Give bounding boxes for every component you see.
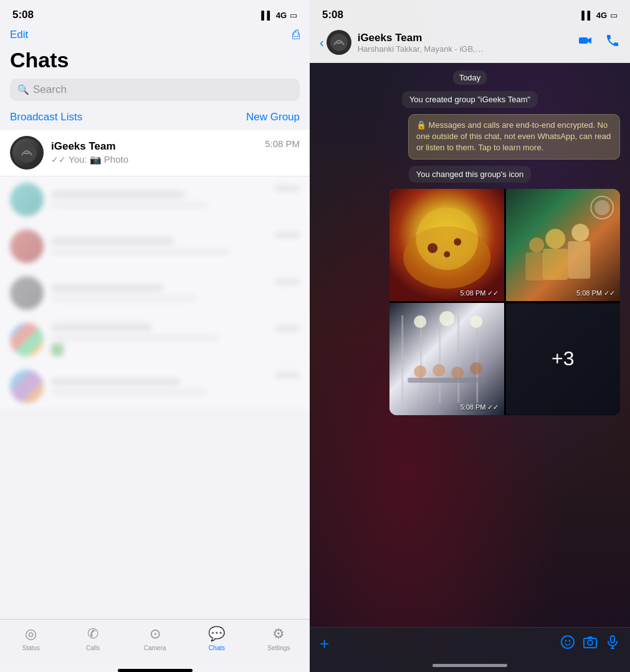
- camera-button[interactable]: [583, 635, 598, 653]
- svg-rect-16: [568, 241, 590, 279]
- photo-timestamp-1: 5:08 PM ✓✓: [460, 289, 499, 297]
- svg-rect-25: [476, 315, 478, 403]
- chat-content: Today You created group "iGeeks Team" 🔒 …: [310, 63, 630, 627]
- nav-settings[interactable]: ⚙ Settings: [248, 626, 310, 651]
- photo-grid[interactable]: 5:08 PM ✓✓: [389, 189, 620, 415]
- left-status-bar: 5:08 ▌▌ 4G ▭: [0, 0, 310, 25]
- svg-point-33: [470, 362, 482, 375]
- svg-rect-21: [401, 315, 403, 403]
- search-icon: 🔍: [17, 84, 29, 95]
- created-group-message: You created group "iGeeks Team": [402, 91, 538, 108]
- back-button[interactable]: ‹: [320, 36, 324, 50]
- microphone-button[interactable]: [605, 635, 620, 653]
- igeeks-chat-item[interactable]: iGeeks Team ✓✓ You: 📷 Photo 5:08 PM: [0, 130, 310, 176]
- svg-point-13: [571, 224, 589, 241]
- blur-overlay: [0, 176, 310, 619]
- edit-button[interactable]: Edit: [10, 29, 28, 41]
- right-time: 5:08: [322, 9, 343, 21]
- nav-chats[interactable]: 💬 Chats: [186, 626, 247, 651]
- photo-cell-2[interactable]: 5:08 PM ✓✓: [506, 189, 621, 301]
- nav-camera[interactable]: ⊙ Camera: [124, 626, 186, 651]
- chat-input-bar: +: [310, 627, 630, 672]
- svg-point-26: [414, 315, 426, 328]
- encryption-notice[interactable]: 🔒 Messages and calls are end-to-end encr…: [408, 114, 620, 160]
- broadcast-row: Broadcast Lists New Group: [0, 107, 310, 130]
- chat-preview: ✓✓ You: 📷 Photo: [51, 154, 265, 165]
- calls-nav-icon: ✆: [87, 626, 98, 642]
- settings-nav-label: Settings: [267, 645, 290, 651]
- battery-icon: ▭: [290, 11, 297, 20]
- chat-time: 5:08 PM: [265, 138, 300, 149]
- group-name: iGeeks Team: [358, 32, 578, 44]
- right-network-label: 4G: [596, 11, 607, 20]
- svg-point-31: [432, 364, 445, 377]
- svg-point-19: [594, 200, 609, 215]
- right-signal-icon: ▌▌: [581, 11, 593, 20]
- camera-nav-label: Camera: [144, 645, 166, 651]
- preview-text: You: 📷 Photo: [69, 154, 128, 165]
- avatar: [10, 136, 44, 170]
- photo-timestamp-2: 5:08 PM ✓✓: [576, 289, 615, 297]
- svg-rect-4: [579, 37, 588, 44]
- camera-nav-icon: ⊙: [150, 626, 161, 642]
- video-call-button[interactable]: [578, 33, 593, 52]
- group-avatar[interactable]: [327, 30, 351, 55]
- svg-rect-22: [420, 315, 422, 403]
- plus-count: +3: [551, 347, 574, 370]
- chat-name: iGeeks Team: [51, 140, 265, 153]
- broadcast-lists-link[interactable]: Broadcast Lists: [10, 111, 82, 123]
- nav-calls[interactable]: ✆ Calls: [62, 626, 123, 651]
- svg-rect-29: [408, 378, 485, 383]
- nav-status[interactable]: ◎ Status: [0, 626, 62, 651]
- svg-point-27: [439, 311, 454, 326]
- header-actions: [578, 33, 620, 52]
- svg-point-14: [529, 238, 544, 252]
- svg-point-30: [414, 365, 426, 378]
- status-nav-label: Status: [22, 645, 40, 651]
- chat-info: iGeeks Team ✓✓ You: 📷 Photo: [51, 140, 265, 165]
- svg-point-39: [569, 640, 571, 641]
- calls-nav-label: Calls: [86, 645, 100, 651]
- settings-nav-icon: ⚙: [272, 626, 285, 642]
- left-time: 5:08: [12, 9, 34, 21]
- chat-header: ‹ iGeeks Team Harshanki Takkar, Mayank -…: [310, 25, 630, 63]
- network-label: 4G: [276, 11, 287, 20]
- chats-title: Chats: [0, 46, 310, 79]
- svg-point-9: [454, 238, 461, 246]
- photo-cell-4-plus[interactable]: +3: [506, 303, 621, 415]
- photo-cell-1[interactable]: 5:08 PM ✓✓: [389, 189, 504, 301]
- phone-call-button[interactable]: [605, 33, 620, 52]
- svg-point-7: [416, 208, 478, 270]
- header-info: iGeeks Team Harshanki Takkar, Mayank - i…: [358, 32, 578, 54]
- bottom-nav: ◎ Status ✆ Calls ⊙ Camera 💬 Chats ⚙ Sett…: [0, 619, 310, 666]
- right-panel: 5:08 ▌▌ 4G ▭ ‹ iGeeks Team Harshanki Tak…: [310, 0, 630, 672]
- attach-button[interactable]: +: [320, 634, 329, 653]
- group-subtitle: Harshanki Takkar, Mayank - iGB,…: [358, 44, 578, 54]
- emoji-button[interactable]: [560, 635, 575, 653]
- new-group-link[interactable]: New Group: [246, 111, 300, 123]
- right-status-icons: ▌▌ 4G ▭: [581, 11, 618, 20]
- svg-rect-42: [611, 636, 614, 643]
- chats-nav-icon: 💬: [208, 626, 225, 642]
- svg-point-37: [561, 636, 574, 648]
- photo-cell-3[interactable]: 5:08 PM ✓✓: [389, 303, 504, 415]
- left-status-icons: ▌▌ 4G ▭: [261, 11, 297, 20]
- svg-point-28: [470, 315, 482, 328]
- svg-rect-23: [439, 315, 441, 403]
- icon-changed-message: You changed this group's icon: [409, 166, 532, 183]
- svg-rect-17: [525, 252, 544, 281]
- search-bar[interactable]: 🔍 Search: [10, 79, 300, 101]
- home-indicator: [118, 669, 193, 672]
- svg-point-8: [427, 243, 437, 253]
- right-home-indicator: [432, 664, 507, 667]
- signal-icon: ▌▌: [261, 11, 272, 20]
- svg-point-12: [545, 229, 565, 249]
- svg-rect-1: [24, 153, 29, 154]
- svg-point-32: [451, 367, 464, 379]
- compose-icon[interactable]: ⎙: [292, 27, 300, 42]
- svg-point-10: [444, 251, 450, 257]
- chats-nav-label: Chats: [209, 645, 225, 651]
- svg-rect-3: [336, 42, 341, 44]
- svg-point-41: [588, 640, 593, 645]
- svg-rect-15: [543, 249, 568, 280]
